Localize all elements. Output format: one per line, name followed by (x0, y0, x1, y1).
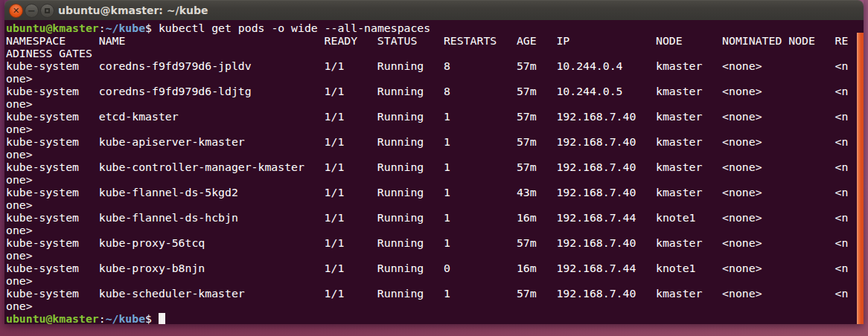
terminal-window: ✕ − ubuntu@kmaster: ~/kube ubuntu@kmaste… (4, 0, 864, 324)
terminal-line: kube-system coredns-f9fd979d6-ldjtg 1/1 … (6, 85, 864, 97)
title-bar[interactable]: ✕ − ubuntu@kmaster: ~/kube (4, 0, 864, 20)
terminal-line: one> (6, 97, 864, 110)
close-icon: ✕ (13, 7, 19, 15)
terminal-line: kube-system kube-apiserver-kmaster 1/1 R… (6, 135, 864, 148)
prompt-colon: : (99, 22, 106, 34)
terminal-line: one> (6, 249, 864, 262)
terminal-line: one> (6, 123, 864, 135)
terminal-line: one> (6, 274, 864, 287)
prompt-user-host: ubuntu@kmaster (6, 312, 99, 324)
desktop: { "window": { "title": "ubuntu@kmaster: … (0, 0, 868, 336)
terminal-line: kube-system kube-flannel-ds-5kgd2 1/1 Ru… (6, 186, 864, 198)
terminal-line: NAMESPACE NAME READY STATUS RESTARTS AGE… (6, 34, 864, 47)
prompt-path: ~/kube (106, 312, 145, 324)
terminal-line: kube-system kube-scheduler-kmaster 1/1 R… (6, 287, 864, 300)
scrollbar[interactable] (857, 20, 864, 324)
terminal-screen[interactable]: ubuntu@kmaster:~/kube$ kubectl get pods … (4, 20, 864, 324)
minimize-icon: − (28, 6, 36, 16)
prompt-colon: : (99, 312, 106, 324)
terminal-line: one> (6, 72, 864, 85)
close-button[interactable]: ✕ (9, 4, 23, 18)
prompt-space (152, 22, 159, 34)
terminal-line: kube-system etcd-kmaster 1/1 Running 1 5… (6, 110, 864, 123)
prompt-space (152, 312, 159, 324)
maximize-button[interactable] (40, 4, 54, 18)
prompt-dollar: $ (145, 22, 152, 34)
terminal-line: ubuntu@kmaster:~/kube$ (6, 312, 864, 324)
terminal-output: ubuntu@kmaster:~/kube$ kubectl get pods … (6, 22, 864, 324)
prompt-dollar: $ (145, 312, 152, 324)
terminal-line: one> (6, 198, 864, 211)
minimize-button[interactable]: − (25, 4, 39, 18)
terminal-line: one> (6, 148, 864, 161)
terminal-line: one> (6, 300, 864, 312)
terminal-line: one> (6, 173, 864, 186)
maximize-icon (45, 8, 50, 13)
terminal-line: kube-system kube-flannel-ds-hcbjn 1/1 Ru… (6, 211, 864, 224)
command-text: kubectl get pods -o wide --all-namespace… (159, 22, 430, 34)
terminal-line: ADINESS GATES (6, 47, 864, 59)
window-title: ubuntu@kmaster: ~/kube (58, 1, 208, 21)
terminal-line: kube-system kube-controller-manager-kmas… (6, 161, 864, 173)
prompt-path: ~/kube (106, 22, 145, 34)
terminal-cursor (159, 313, 165, 324)
terminal-line: ubuntu@kmaster:~/kube$ kubectl get pods … (6, 22, 864, 34)
terminal-line: kube-system kube-proxy-56tcq 1/1 Running… (6, 236, 864, 249)
terminal-line: one> (6, 224, 864, 236)
prompt-user-host: ubuntu@kmaster (6, 22, 99, 34)
terminal-line: kube-system kube-proxy-b8njn 1/1 Running… (6, 262, 864, 274)
terminal-line: kube-system coredns-f9fd979d6-jpldv 1/1 … (6, 59, 864, 72)
scrollbar-thumb[interactable] (857, 33, 864, 324)
